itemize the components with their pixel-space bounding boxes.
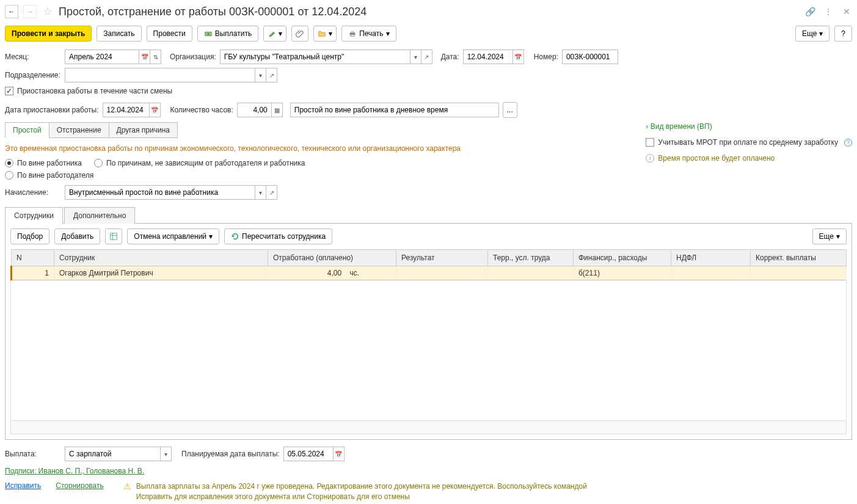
radio-employer-fault[interactable]: По вине работодателя [5, 171, 93, 180]
table-fill-icon [109, 232, 118, 241]
main-toolbar: Провести и закрыть Записать Провести Вып… [5, 23, 852, 48]
cell-correction [751, 266, 847, 280]
highlight-button[interactable]: ▾ [263, 26, 286, 42]
storno-link[interactable]: Сторнировать [56, 481, 103, 490]
pause-checkbox[interactable] [5, 87, 13, 95]
info-icon: i [646, 154, 654, 163]
fill-button[interactable] [105, 228, 122, 244]
save-button[interactable]: Записать [97, 26, 141, 42]
mrot-checkbox[interactable] [646, 138, 654, 147]
time-type-link[interactable]: Вид времени (ВП) [646, 122, 712, 131]
dropdown-icon[interactable]: ▾ [255, 68, 266, 82]
post-button[interactable]: Провести [147, 26, 192, 42]
open-icon[interactable]: ↗ [266, 68, 277, 82]
col-worked[interactable]: Отработано (оплачено) [268, 250, 396, 266]
table-more-button[interactable]: Еще ▾ [812, 228, 847, 244]
tab-suspension[interactable]: Отстранение [49, 122, 109, 138]
pay-button[interactable]: Выплатить [197, 26, 259, 42]
reason-select-button[interactable]: ... [503, 102, 517, 118]
post-and-close-button[interactable]: Провести и закрыть [5, 26, 92, 42]
svg-point-1 [207, 33, 210, 35]
svg-rect-4 [351, 35, 354, 37]
col-result[interactable]: Результат [396, 250, 488, 266]
svg-rect-3 [351, 31, 354, 33]
payment-label: Выплата: [5, 450, 61, 458]
planned-date-label: Планируемая дата выплаты: [181, 450, 280, 458]
dropdown-icon[interactable]: ▾ [410, 50, 421, 64]
printer-icon [348, 29, 357, 38]
radio-no-fault[interactable]: По причинам, не зависящим от работодател… [94, 159, 305, 167]
open-icon[interactable]: ↗ [421, 50, 432, 64]
pause-date-input[interactable]: 📅 [103, 103, 161, 117]
cell-employee: Огарков Дмитрий Петрович [54, 266, 268, 280]
cause-tabs: Простой Отстранение Другая причина [5, 122, 177, 138]
main-tabs: Сотрудники Дополнительно [5, 206, 852, 224]
subdivision-input[interactable]: ▾ ↗ [65, 68, 277, 82]
open-icon[interactable]: ↗ [266, 186, 277, 199]
col-correction[interactable]: Коррект. выплаты [751, 250, 847, 266]
table-row[interactable]: 1 Огарков Дмитрий Петрович 4,00 чс. б(21… [12, 266, 847, 280]
spinner-icon[interactable]: ⇅ [150, 50, 161, 64]
payment-input[interactable]: ▾ [65, 447, 172, 461]
cell-n: 1 [12, 266, 54, 280]
col-n[interactable]: N [12, 250, 54, 266]
cell-ndfl [671, 266, 751, 280]
folder-icon [318, 29, 326, 38]
tab-employees[interactable]: Сотрудники [5, 207, 63, 224]
table-empty-area [10, 280, 847, 421]
help-icon[interactable]: ? [844, 139, 852, 147]
col-financing[interactable]: Финансир., расходы [574, 250, 671, 266]
calendar-icon[interactable]: 📅 [333, 447, 344, 461]
favorite-star-icon[interactable]: ☆ [42, 5, 54, 18]
col-ndfl[interactable]: НДФЛ [671, 250, 751, 266]
page-title: Простой, отстранение от работы 00ЗК-0000… [59, 5, 800, 18]
more-button[interactable]: Еще ▾ [795, 26, 830, 42]
calculator-icon[interactable]: ▦ [271, 103, 282, 117]
col-territory[interactable]: Терр., усл. труда [488, 250, 574, 266]
col-employee[interactable]: Сотрудник [54, 250, 268, 266]
warning-icon: ⚠ [123, 481, 131, 491]
calendar-icon[interactable]: 📅 [512, 50, 523, 64]
calendar-icon[interactable]: 📅 [149, 103, 160, 117]
calendar-icon[interactable]: 📅 [139, 50, 150, 64]
recalc-button[interactable]: Пересчитать сотрудника [224, 228, 332, 244]
add-button[interactable]: Добавить [54, 228, 100, 244]
select-button[interactable]: Подбор [10, 228, 49, 244]
signatures-link[interactable]: Подписи: Иванов С. П., Голованова Н. В. [5, 467, 144, 475]
tab-idle[interactable]: Простой [5, 122, 49, 138]
pause-checkbox-label: Приостановка работы в течение части смен… [17, 87, 172, 95]
date-input[interactable]: 📅 [463, 49, 524, 64]
radio-employee-fault[interactable]: По вине работника [5, 159, 82, 167]
tab-additional[interactable]: Дополнительно [64, 207, 135, 224]
hours-input[interactable]: ▦ [237, 103, 283, 117]
link-icon[interactable]: 🔗 [804, 6, 815, 17]
number-input[interactable] [562, 49, 618, 64]
month-input[interactable]: 📅 ⇅ [65, 49, 161, 64]
radio-icon [94, 159, 103, 167]
fix-link[interactable]: Исправить [5, 481, 41, 490]
print-button[interactable]: Печать ▾ [341, 26, 396, 42]
cell-result [396, 266, 488, 280]
help-button[interactable]: ? [834, 26, 852, 42]
planned-date-input[interactable]: 📅 [283, 447, 345, 461]
accrual-input[interactable]: ▾ ↗ [65, 185, 277, 200]
attachment-button[interactable] [291, 26, 308, 42]
reason-input[interactable] [290, 103, 499, 117]
cancel-fixes-button[interactable]: Отмена исправлений ▾ [127, 228, 219, 244]
nav-forward-button[interactable]: → [23, 5, 37, 18]
highlighter-icon [268, 29, 276, 38]
dropdown-icon[interactable]: ▾ [255, 186, 266, 199]
idle-info-text: Время простоя не будет оплачено [658, 154, 775, 163]
hours-label: Количество часов: [170, 106, 233, 114]
kebab-menu-icon[interactable]: ⋮ [823, 6, 834, 17]
org-input[interactable]: ▾ ↗ [220, 49, 432, 64]
cell-territory [488, 266, 574, 280]
close-icon[interactable]: ✕ [841, 6, 852, 17]
nav-back-button[interactable]: ← [5, 5, 18, 18]
org-label: Организация: [170, 53, 216, 61]
tab-other[interactable]: Другая причина [109, 122, 178, 138]
employees-panel: Подбор Добавить Отмена исправлений ▾ Пер… [5, 224, 852, 440]
refresh-icon [231, 232, 239, 241]
dropdown-icon[interactable]: ▾ [160, 447, 171, 461]
folder-button[interactable]: ▾ [313, 26, 337, 42]
